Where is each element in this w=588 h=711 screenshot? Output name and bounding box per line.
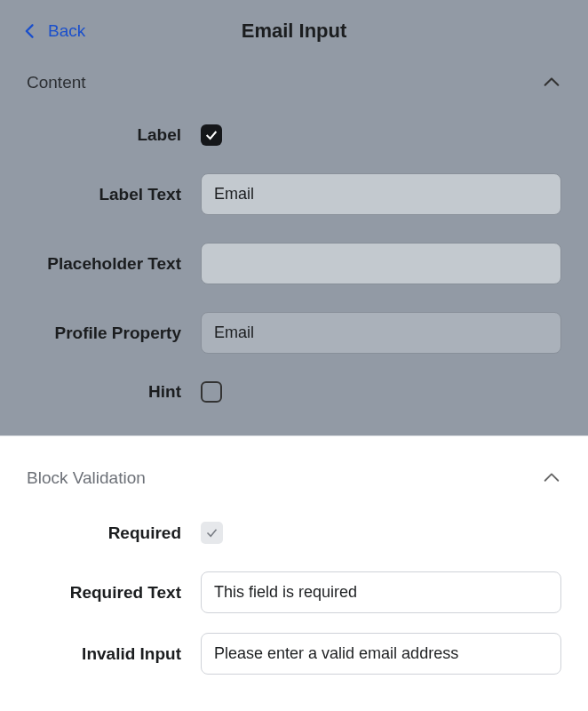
required-text-input[interactable]: [201, 571, 561, 613]
label-text-input[interactable]: [201, 173, 561, 215]
content-section-header[interactable]: Content: [0, 62, 588, 103]
placeholder-text-field-label: Placeholder Text: [27, 254, 201, 274]
chevron-up-icon: [542, 73, 561, 92]
back-button[interactable]: Back: [21, 21, 85, 41]
label-field-label: Label: [27, 125, 201, 145]
profile-property-field-label: Profile Property: [27, 324, 201, 343]
block-validation-section-title: Block Validation: [27, 468, 146, 488]
check-icon: [205, 526, 219, 539]
invalid-input-field-label: Invalid Input: [27, 644, 201, 664]
back-label: Back: [48, 21, 85, 41]
hint-checkbox[interactable]: [201, 381, 222, 403]
back-arrow-icon: [21, 22, 39, 40]
required-text-field-label: Required Text: [27, 583, 201, 603]
chevron-up-icon: [542, 468, 561, 488]
required-field-label: Required: [27, 523, 201, 543]
profile-property-input[interactable]: [201, 312, 561, 354]
page-title: Email Input: [242, 20, 347, 43]
label-text-field-label: Label Text: [27, 185, 201, 204]
placeholder-text-input[interactable]: [201, 243, 561, 284]
content-section-title: Content: [27, 73, 86, 92]
required-checkbox[interactable]: [201, 522, 223, 544]
invalid-input-text-input[interactable]: [201, 633, 561, 675]
block-validation-section-header[interactable]: Block Validation: [0, 458, 588, 499]
check-icon: [204, 128, 219, 142]
label-checkbox[interactable]: [201, 124, 222, 146]
hint-field-label: Hint: [27, 382, 201, 402]
